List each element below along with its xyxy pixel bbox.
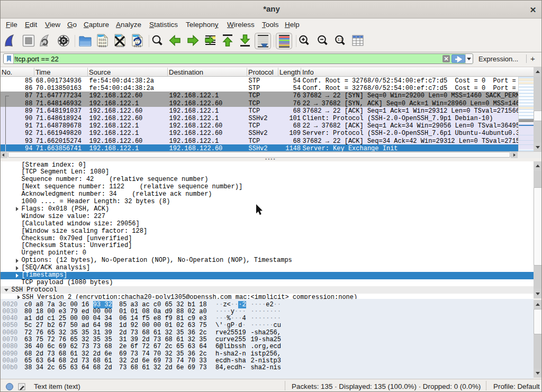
svg-text:1:1: 1:1 xyxy=(338,37,343,42)
svg-text:0111: 0111 xyxy=(99,44,107,48)
